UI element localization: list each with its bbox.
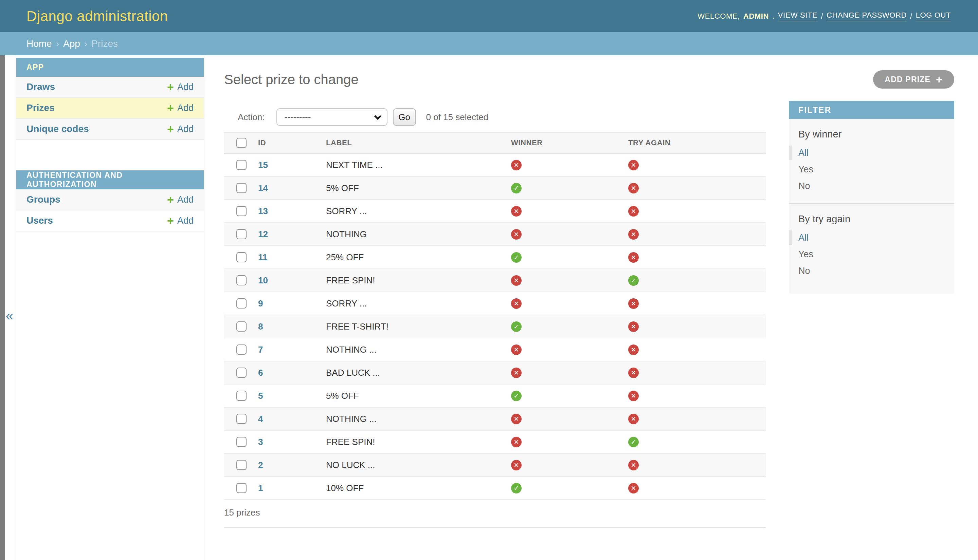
sidebar-collapse-button[interactable]: «	[6, 308, 13, 323]
boolean-true-icon	[511, 322, 522, 332]
row-checkbox[interactable]	[236, 414, 247, 424]
table-row: 2 NO LUCK ...	[224, 453, 766, 477]
sidebar-model-link[interactable]: Users	[27, 215, 53, 226]
prize-id-link[interactable]: 13	[258, 206, 268, 216]
sidebar-model-link[interactable]: Draws	[27, 82, 55, 92]
row-checkbox[interactable]	[236, 206, 247, 216]
row-checkbox[interactable]	[236, 160, 247, 170]
prize-id-link[interactable]: 8	[258, 322, 263, 332]
prize-id-link[interactable]: 12	[258, 229, 268, 239]
boolean-false-icon	[511, 368, 522, 378]
filter-option-link[interactable]: No	[798, 181, 810, 191]
action-label: Action:	[238, 112, 265, 123]
table-row: 9 SORRY ...	[224, 292, 766, 315]
link-separator: /	[910, 12, 913, 21]
boolean-false-icon	[511, 345, 522, 355]
go-button[interactable]: Go	[393, 108, 416, 126]
filter-option: All	[789, 230, 954, 246]
plus-icon: +	[167, 81, 174, 93]
row-checkbox[interactable]	[236, 437, 247, 447]
sidebar-item-prizes: Prizes + Add	[16, 98, 204, 119]
row-checkbox[interactable]	[236, 298, 247, 308]
sidebar-module-caption[interactable]: APP	[16, 58, 204, 77]
changelist: Action: --------- Go 0 of 15 selected ID…	[224, 101, 954, 528]
sidebar-model-link[interactable]: Prizes	[27, 102, 55, 113]
username: ADMIN	[743, 12, 769, 21]
prize-id-link[interactable]: 2	[258, 460, 263, 470]
window-edge-strip	[0, 55, 5, 560]
filter-group-heading: By winner	[798, 128, 945, 140]
prize-label: 5% OFF	[326, 384, 511, 407]
boolean-false-icon	[628, 391, 639, 401]
row-checkbox[interactable]	[236, 391, 247, 401]
filter-option-link[interactable]: Yes	[798, 249, 813, 259]
prize-id-link[interactable]: 14	[258, 183, 268, 193]
boolean-false-icon	[511, 298, 522, 309]
log-out-link[interactable]: LOG OUT	[916, 11, 951, 22]
user-tools: WELCOME, ADMIN. VIEW SITE / CHANGE PASSW…	[698, 11, 951, 22]
prize-id-link[interactable]: 7	[258, 345, 263, 355]
row-checkbox[interactable]	[236, 345, 247, 355]
filter-option-link[interactable]: No	[798, 266, 810, 276]
prize-id-link[interactable]: 3	[258, 437, 263, 447]
boolean-false-icon	[628, 229, 639, 240]
sidebar-module-caption[interactable]: AUTHENTICATION AND AUTHORIZATION	[16, 170, 204, 189]
plus-icon: +	[936, 74, 943, 85]
column-header-label[interactable]: LABEL	[326, 138, 352, 147]
prize-id-link[interactable]: 10	[258, 275, 268, 285]
row-checkbox[interactable]	[236, 275, 247, 285]
action-select[interactable]: ---------	[276, 108, 387, 126]
site-title[interactable]: Django administration	[27, 8, 168, 25]
sidebar-model-link[interactable]: Groups	[27, 194, 60, 205]
prize-id-link[interactable]: 1	[258, 483, 263, 493]
add-prize-button[interactable]: ADD PRIZE +	[873, 70, 954, 88]
sidebar-add-link[interactable]: + Add	[167, 123, 194, 135]
breadcrumb-home-link[interactable]: Home	[27, 38, 52, 49]
prize-id-link[interactable]: 9	[258, 298, 263, 308]
column-header-winner[interactable]: WINNER	[511, 138, 542, 147]
change-password-link[interactable]: CHANGE PASSWORD	[826, 11, 907, 22]
boolean-true-icon	[511, 391, 522, 401]
row-checkbox[interactable]	[236, 229, 247, 239]
row-checkbox[interactable]	[236, 460, 247, 470]
boolean-false-icon	[628, 414, 639, 424]
prize-id-link[interactable]: 4	[258, 414, 263, 424]
prize-id-link[interactable]: 6	[258, 368, 263, 378]
row-checkbox[interactable]	[236, 368, 247, 378]
boolean-false-icon	[511, 437, 522, 447]
selection-counter: 0 of 15 selected	[426, 112, 489, 123]
row-checkbox[interactable]	[236, 252, 247, 262]
table-row: 12 NOTHING	[224, 223, 766, 246]
sidebar-add-link[interactable]: + Add	[167, 215, 194, 227]
filter-option-link[interactable]: Yes	[798, 164, 813, 175]
row-checkbox[interactable]	[236, 483, 247, 493]
table-row: 5 5% OFF	[224, 384, 766, 407]
view-site-link[interactable]: VIEW SITE	[778, 11, 818, 22]
prize-label: 10% OFF	[326, 477, 511, 500]
sidebar-model-link[interactable]: Unique codes	[27, 123, 89, 134]
boolean-false-icon	[511, 414, 522, 424]
prize-id-link[interactable]: 11	[258, 252, 268, 262]
filter-option: No	[789, 178, 954, 195]
row-checkbox[interactable]	[236, 183, 247, 193]
filter-option-link[interactable]: All	[798, 232, 809, 243]
table-row: 11 25% OFF	[224, 246, 766, 269]
prize-label: NOTHING ...	[326, 338, 511, 361]
row-checkbox[interactable]	[236, 322, 247, 332]
column-header-try-again[interactable]: TRY AGAIN	[628, 138, 670, 147]
breadcrumb-app-link[interactable]: App	[63, 38, 80, 49]
sidebar-add-link[interactable]: + Add	[167, 194, 194, 205]
table-row: 8 FREE T-SHIRT!	[224, 315, 766, 338]
prize-id-link[interactable]: 5	[258, 391, 263, 401]
sidebar-add-link[interactable]: + Add	[167, 102, 194, 114]
add-link-label: Add	[177, 195, 194, 205]
filter-option: Yes	[789, 246, 954, 263]
select-all-checkbox[interactable]	[236, 138, 247, 148]
filter-option-link[interactable]: All	[798, 148, 809, 158]
column-header-id[interactable]: ID	[258, 138, 266, 147]
breadcrumb-separator: ›	[84, 38, 87, 49]
action-select-value: ---------	[285, 112, 311, 123]
sidebar-add-link[interactable]: + Add	[167, 81, 194, 93]
add-link-label: Add	[177, 124, 194, 134]
prize-id-link[interactable]: 15	[258, 160, 268, 170]
